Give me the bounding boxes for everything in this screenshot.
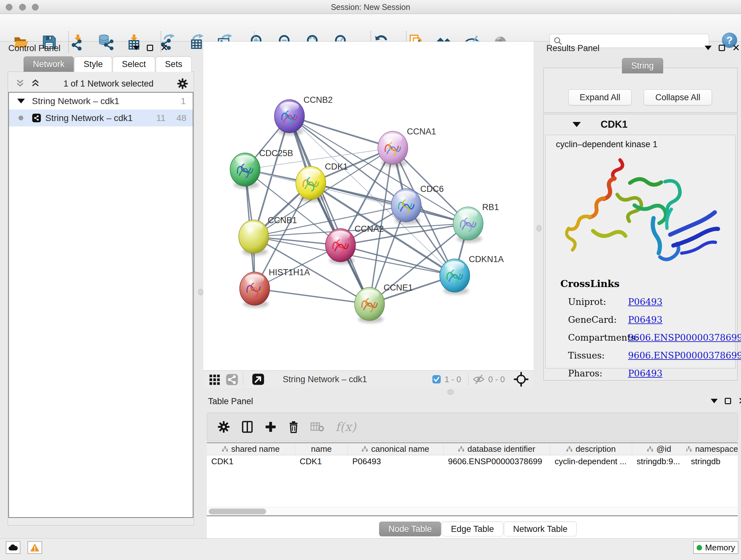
table-tabs: Node TableEdge TableNetwork Table: [379, 522, 577, 537]
protein-name: CDK1: [601, 119, 627, 130]
results-panel-float-icon[interactable]: [719, 45, 725, 51]
control-panel: Control Panel ✕ NetworkStyleSelectSets 1…: [3, 42, 199, 537]
crosslink-link[interactable]: P06493: [628, 368, 663, 379]
crosslink-link[interactable]: 9606.ENSP00000378699: [628, 332, 741, 343]
tab-edge-table[interactable]: Edge Table: [442, 522, 503, 537]
selected-checkbox-icon[interactable]: [432, 374, 441, 384]
birdseye-view-icon[interactable]: [252, 373, 265, 386]
collapse-all-icon[interactable]: [15, 78, 25, 89]
status-bar: Memory: [0, 538, 741, 560]
hidden-eye-icon[interactable]: [472, 374, 485, 385]
node-label-RB1: RB1: [482, 202, 499, 212]
crosslink-label: Tissues:: [568, 350, 628, 361]
scrollbar-thumb[interactable]: [209, 509, 266, 514]
show-columns-icon[interactable]: [240, 420, 254, 434]
warnings-button[interactable]: [27, 541, 42, 554]
cell-namespace[interactable]: stringdb: [686, 455, 738, 468]
expand-all-icon[interactable]: [30, 78, 41, 89]
tab-network-table[interactable]: Network Table: [504, 522, 577, 537]
results-panel-collapse-icon[interactable]: [704, 46, 712, 50]
table-panel-float-icon[interactable]: [725, 398, 731, 404]
bottom-divider-handle[interactable]: [448, 389, 454, 395]
tab-node-table[interactable]: Node Table: [379, 522, 441, 537]
network-node-CCNB1[interactable]: CCNB1: [239, 215, 297, 256]
column-header--id[interactable]: @id: [632, 443, 686, 455]
tab-network[interactable]: Network: [23, 57, 74, 72]
network-node-HIST1H1A[interactable]: HIST1H1A: [240, 267, 310, 308]
add-column-icon[interactable]: [264, 420, 277, 434]
cell-shared-name[interactable]: CDK1: [207, 455, 295, 468]
function-builder-icon-disabled: f(x): [335, 420, 356, 434]
cell--id[interactable]: stringdb:9...: [632, 455, 686, 468]
crosslink-link[interactable]: P06493: [628, 297, 663, 307]
control-panel-collapse-icon[interactable]: [133, 46, 140, 50]
cell-description[interactable]: cyclin-dependent ...: [550, 455, 632, 468]
column-header-shared-name[interactable]: shared name: [207, 443, 295, 455]
table-panel-collapse-icon[interactable]: [711, 399, 718, 403]
collection-expander-icon[interactable]: [17, 99, 25, 104]
network-collection-row[interactable]: String Network – cdk1 1: [9, 92, 193, 110]
tab-select[interactable]: Select: [113, 57, 155, 72]
table-panel-title: Table Panel: [208, 396, 253, 407]
cell-canonical-name[interactable]: P06493: [348, 455, 444, 468]
node-label-CDC6: CDC6: [420, 184, 444, 194]
crosslink-row: Pharos:P06493: [560, 368, 741, 379]
crosslink-link[interactable]: P06493: [628, 314, 663, 325]
collection-count: 1: [181, 96, 186, 106]
network-node-count: 11: [156, 113, 165, 123]
results-panel: Results Panel ✕ String Expand All Collap…: [542, 42, 738, 381]
control-panel-close-icon[interactable]: ✕: [160, 45, 168, 51]
table-row[interactable]: CDK1CDK1P064939606.ENSP00000378699cyclin…: [207, 455, 738, 468]
crosslink-link[interactable]: 9606.ENSP00000378699: [628, 350, 741, 361]
tab-sets[interactable]: Sets: [156, 57, 192, 72]
network-canvas[interactable]: CCNB2 CCNA1 CDC25B CDK1 CDC6 RB1 CCNB1 C…: [203, 42, 534, 370]
protein-description: cyclin–dependent kinase 1: [556, 139, 657, 149]
network-node-RB1[interactable]: RB1: [453, 202, 499, 243]
current-network-name: String Network – cdk1: [283, 374, 367, 384]
network-row[interactable]: String Network – cdk1 11 48: [9, 110, 193, 126]
column-type-icon: [647, 446, 653, 452]
crosslink-label: Compartments:: [568, 332, 628, 343]
cell-database-identifier[interactable]: 9606.ENSP00000378699: [444, 455, 550, 468]
column-header-database-identifier[interactable]: database identifier: [444, 443, 550, 455]
cloud-icon: [8, 544, 18, 551]
network-share-gray-icon[interactable]: [225, 372, 239, 386]
results-panel-close-icon[interactable]: ✕: [732, 45, 740, 51]
network-edge-CCNB2-CCNA1[interactable]: [289, 116, 393, 148]
column-header-description[interactable]: description: [550, 443, 632, 455]
column-header-name[interactable]: name: [295, 443, 348, 455]
left-divider-handle[interactable]: [198, 289, 203, 295]
crosslinks-section: CrossLinks Uniprot:P06493GeneCard:P06493…: [560, 278, 741, 379]
network-node-CDKN1A[interactable]: CDKN1A: [440, 254, 504, 295]
network-node-CCNA2[interactable]: CCNA2: [326, 224, 384, 264]
control-panel-title: Control Panel: [8, 44, 61, 53]
network-list: String Network – cdk1 1 String Network –…: [8, 92, 193, 518]
right-divider-handle[interactable]: [536, 225, 542, 232]
memory-button[interactable]: Memory: [693, 541, 738, 554]
column-header-canonical-name[interactable]: canonical name: [348, 443, 444, 455]
network-edge-HIST1H1A-CCNE1[interactable]: [255, 289, 369, 304]
grid-view-icon[interactable]: [208, 372, 222, 386]
table-settings-gear-icon[interactable]: [217, 420, 231, 434]
column-header-namespace[interactable]: namespace: [686, 443, 738, 455]
network-status-dot: [18, 116, 23, 120]
node-label-CDKN1A: CDKN1A: [469, 254, 504, 264]
network-node-CCNB2[interactable]: CCNB2: [274, 95, 333, 135]
table-horizontal-scrollbar[interactable]: [207, 507, 738, 515]
collapse-all-button[interactable]: Collapse All: [644, 89, 712, 105]
network-edge-CDK1-RB1[interactable]: [311, 183, 468, 224]
fit-selected-crosshair-icon[interactable]: [514, 372, 529, 387]
tab-style[interactable]: Style: [74, 57, 112, 72]
delete-column-trash-icon[interactable]: [287, 420, 300, 434]
cloud-button[interactable]: [6, 541, 20, 554]
tab-string[interactable]: String: [622, 58, 663, 73]
network-node-CCNE1[interactable]: CCNE1: [354, 283, 413, 323]
node-label-CDK1: CDK1: [325, 162, 348, 172]
cell-name[interactable]: CDK1: [295, 455, 348, 468]
protein-expander-icon[interactable]: [572, 122, 581, 127]
network-node-CCNA1[interactable]: CCNA1: [378, 127, 436, 167]
network-options-gear-icon[interactable]: [176, 77, 189, 90]
expand-all-button[interactable]: Expand All: [568, 89, 631, 105]
control-panel-float-icon[interactable]: [147, 45, 153, 51]
table-panel-close-icon[interactable]: ✕: [738, 398, 741, 404]
